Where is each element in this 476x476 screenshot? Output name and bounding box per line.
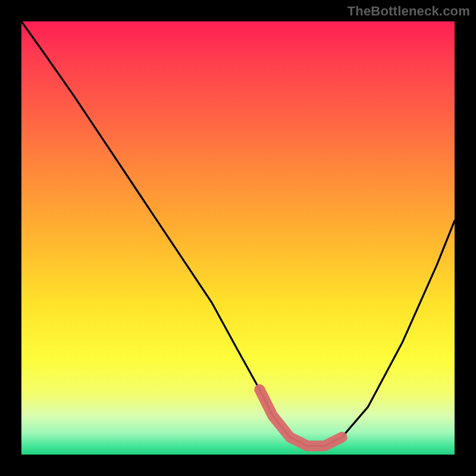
chart-frame: TheBottleneck.com [0, 0, 476, 476]
bottleneck-curve-path [21, 21, 455, 446]
plot-area [21, 21, 455, 455]
optimal-highlight-path [259, 390, 342, 446]
curve-svg [21, 21, 455, 455]
brand-watermark: TheBottleneck.com [347, 4, 470, 19]
